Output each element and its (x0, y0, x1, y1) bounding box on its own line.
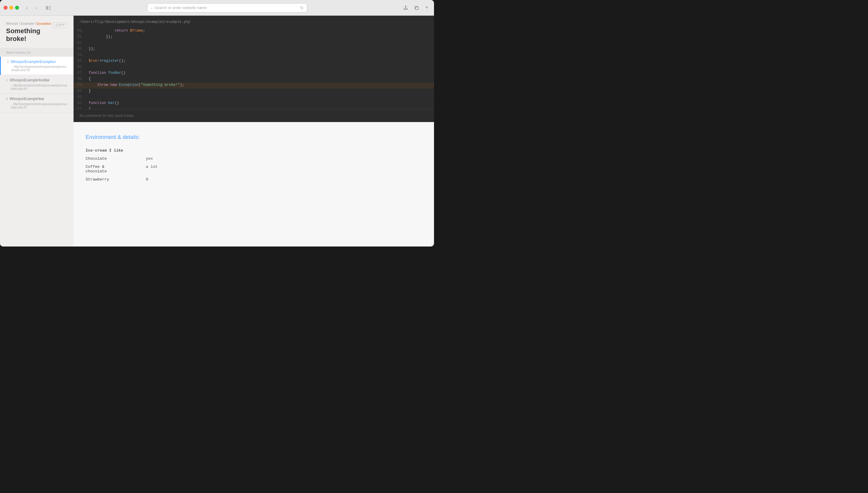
whoops-sidebar: Whoops \ Example \ Exception Something b… (0, 16, 73, 246)
copy-button[interactable]: COPY (53, 22, 67, 28)
toolbar-right: + (402, 4, 430, 12)
titlebar: ‹ › ⌕ Search or enter website name ↻ (0, 0, 434, 16)
svg-rect-0 (46, 6, 48, 9)
traffic-lights (4, 6, 19, 9)
address-placeholder: Search or enter website name (155, 5, 207, 10)
code-line-60: 60. } (73, 89, 434, 94)
details-value-coffee: a lot (146, 163, 422, 175)
frame-class-1: Whoops\Example\fooBar (9, 78, 50, 83)
code-section: /Users/filp/Development/whoops/examples/… (73, 16, 434, 122)
address-bar[interactable]: ⌕ Search or enter website name ↻ (147, 3, 307, 12)
code-line-63: 63. { (73, 107, 434, 109)
details-row-coffee: Coffee &chocolate a lot (86, 163, 422, 175)
stack-frames-list: 2 Whoops\Example\Exception .../filp/Deve… (0, 57, 73, 246)
frame-header-2: 0 Whoops\Example\bar (6, 97, 67, 102)
code-line-61: 61. (73, 94, 434, 101)
code-line-52: 52. (73, 40, 434, 46)
minimize-button[interactable] (9, 6, 13, 9)
new-tab-button[interactable]: + (423, 4, 430, 12)
file-path-bar: /Users/filp/Development/whoops/examples/… (73, 16, 434, 28)
sidebar-toggle-button[interactable] (44, 4, 53, 12)
browser-content: Whoops \ Example \ Exception Something b… (0, 16, 434, 246)
code-container[interactable]: 50. return $frame; 51. }); 52. 53. (73, 28, 434, 109)
frame-header-0: 2 Whoops\Example\Exception (7, 60, 67, 64)
breadcrumb: Whoops \ Example \ Exception (6, 22, 53, 25)
frame-number-2: 0 (6, 97, 8, 101)
details-value-strawberry: 0 (146, 175, 422, 184)
nav-buttons: ‹ › (23, 4, 41, 12)
search-icon: ⌕ (151, 6, 153, 10)
stack-frame-1[interactable]: 1 Whoops\Example\fooBar .../filp/Develop… (0, 75, 73, 94)
details-key-strawberry: Strawberry (86, 175, 146, 184)
stack-frame-2[interactable]: 0 Whoops\Example\bar .../filp/Developmen… (0, 94, 73, 112)
code-line-55: 55. $run->register(); (73, 59, 434, 64)
forward-button[interactable]: › (32, 4, 41, 12)
details-key-chocolate: Chocolate (86, 155, 146, 163)
svg-rect-3 (48, 9, 51, 9)
frame-number-1: 1 (6, 78, 8, 82)
frame-class-2: Whoops\Example\bar (9, 97, 44, 102)
details-key-coffee: Coffee &chocolate (86, 163, 146, 175)
exception-header: Whoops \ Example \ Exception Something b… (0, 16, 73, 48)
frame-file-2: .../filp/Development/whoops/examples/exa… (6, 103, 67, 109)
exception-title: Something broke! (6, 27, 53, 43)
svg-rect-5 (416, 7, 418, 9)
svg-rect-1 (48, 6, 51, 7)
main-panel: /Users/filp/Development/whoops/examples/… (73, 16, 434, 246)
code-line-56: 56. (73, 64, 434, 70)
code-line-62: 62. function bar() (73, 101, 434, 107)
details-table-header: Ice-cream I like (86, 147, 422, 155)
reload-button[interactable]: ↻ (300, 5, 304, 10)
maximize-button[interactable] (15, 6, 19, 9)
details-row-strawberry: Strawberry 0 (86, 175, 422, 184)
svg-rect-2 (48, 7, 51, 8)
code-line-53: 53. }); (73, 46, 434, 52)
env-title: Environment & details: (86, 134, 422, 141)
browser-window: ‹ › ⌕ Search or enter website name ↻ (0, 0, 434, 246)
code-line-57: 57. function fooBar() (73, 70, 434, 77)
back-button[interactable]: ‹ (23, 4, 31, 12)
code-line-59: 59. throw new Exception("Something broke… (73, 83, 434, 89)
code-line-51: 51. }); (73, 34, 434, 40)
frame-header-1: 1 Whoops\Example\fooBar (6, 78, 67, 83)
close-button[interactable] (4, 6, 7, 9)
frame-file-0: .../filp/Development/whoops/examples/exa… (7, 65, 67, 72)
duplicate-button[interactable] (412, 4, 421, 12)
share-button[interactable] (402, 4, 410, 12)
address-bar-container: ⌕ Search or enter website name ↻ (56, 3, 398, 12)
stack-frames-label: Stack frames (3): (0, 48, 73, 57)
frame-file-1: .../filp/Development/whoops/examples/exa… (6, 84, 67, 90)
stack-frame-0[interactable]: 2 Whoops\Example\Exception .../filp/Deve… (0, 57, 73, 75)
details-value-chocolate: yes (146, 155, 422, 163)
no-comments: No comments for this stack frame. (73, 109, 434, 122)
code-line-50: 50. return $frame; (73, 28, 434, 34)
details-row-chocolate: Chocolate yes (86, 155, 422, 163)
frame-number-0: 2 (7, 60, 9, 64)
code-line-58: 58. { (73, 77, 434, 83)
frame-class-0: Whoops\Example\Exception (10, 60, 56, 64)
code-line-54: 54. (73, 52, 434, 59)
details-section: Environment & details: Ice-cream I like … (73, 122, 434, 246)
details-table: Ice-cream I like Chocolate yes Coffee &c… (86, 147, 422, 184)
